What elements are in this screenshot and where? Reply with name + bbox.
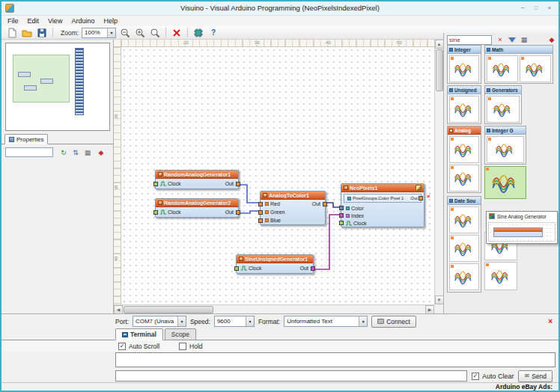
clock-input-pin[interactable] — [153, 182, 158, 186]
clock-input-pin[interactable] — [153, 210, 158, 215]
auto-clear-option[interactable]: ✓ Auto Clear — [472, 373, 514, 380]
subblock-pixelgroups-color-pixel[interactable]: PixelGroups.Color Pixel 1 Out — [344, 194, 421, 203]
pixel-out-pin[interactable] — [419, 196, 423, 200]
red-input-pin[interactable] — [258, 202, 263, 206]
block-sine-unsigned-generator-1[interactable]: SineUnsignedGenerator1 Clock Out — [236, 254, 314, 274]
category-header[interactable]: Integer — [448, 46, 481, 54]
send-button[interactable]: ✉ Send — [518, 370, 553, 382]
clock-input-pin[interactable] — [234, 266, 239, 271]
palette-component-tile[interactable] — [484, 262, 517, 290]
component-search-input[interactable] — [447, 35, 492, 45]
board-chip-icon[interactable] — [192, 27, 204, 39]
block-header[interactable]: NeoPixels1 — [341, 184, 424, 192]
auto-clear-checkbox[interactable]: ✓ — [472, 373, 479, 380]
out-pin[interactable] — [236, 210, 240, 215]
wire-random2-to-green[interactable] — [239, 211, 261, 213]
palette-component-tile[interactable] — [449, 136, 479, 163]
auto-scroll-checkbox[interactable]: ✓ — [118, 343, 126, 350]
hold-option[interactable]: Hold — [179, 343, 202, 350]
category-unsigned[interactable]: Unsigned — [447, 85, 481, 124]
palette-component-tile[interactable] — [449, 55, 479, 82]
zoom-in-icon[interactable] — [134, 27, 146, 39]
category-generators[interactable]: Generators — [484, 85, 522, 124]
filter-icon[interactable] — [508, 37, 516, 43]
save-button[interactable] — [36, 27, 48, 39]
palette-component-tile[interactable] — [449, 235, 479, 262]
color-input-pin[interactable] — [339, 206, 344, 210]
block-random-analog-generator-1[interactable]: RandomAnalogGenerator1 Clock Out — [155, 170, 239, 189]
help-icon[interactable]: ? — [207, 27, 219, 39]
palette-component-tile[interactable] — [449, 165, 479, 192]
vertical-scroll-thumb[interactable] — [436, 49, 443, 91]
clock-input-pin[interactable] — [339, 221, 344, 225]
zoom-select[interactable]: 100% ▾ — [82, 28, 116, 38]
palette-component-tile[interactable] — [487, 96, 520, 123]
port-select[interactable]: COM7 (Unava ▾ — [133, 316, 186, 327]
scroll-up-icon[interactable]: ▲ — [435, 40, 444, 49]
connect-button[interactable]: Connect — [371, 316, 416, 328]
block-header[interactable]: SineUnsignedGenerator1 — [237, 255, 313, 263]
menu-view[interactable]: View — [48, 17, 62, 25]
category-header[interactable]: Generators — [485, 86, 521, 94]
palette-component-tile[interactable] — [487, 55, 518, 82]
scroll-down-icon[interactable]: ▼ — [435, 295, 444, 304]
view-options-icon[interactable]: ▦ — [520, 36, 529, 43]
zoom-fit-icon[interactable] — [149, 27, 161, 39]
titlebar[interactable]: Visuino - Visual Arduino Programming (Ne… — [1, 1, 559, 16]
menu-file[interactable]: File — [7, 17, 19, 25]
grid-view-icon[interactable]: ▦ — [82, 147, 93, 157]
palette-component-tile[interactable] — [520, 55, 551, 82]
block-header[interactable]: RandomAnalogGenerator2 — [156, 199, 238, 207]
palette-component-tile[interactable] — [449, 263, 479, 290]
menu-arduino[interactable]: Arduino — [71, 17, 94, 25]
wire-random1-to-red[interactable] — [239, 185, 261, 203]
pin-palette-icon[interactable]: ◆ — [547, 36, 556, 43]
tab-terminal[interactable]: Terminal — [115, 328, 163, 340]
palette-component-tile[interactable] — [449, 206, 479, 233]
menu-help[interactable]: Help — [103, 17, 118, 25]
menu-edit[interactable]: Edit — [28, 17, 40, 25]
canvas-horizontal-scrollbar[interactable]: ◀ ▶ — [114, 304, 434, 313]
category-math[interactable]: Math — [484, 45, 553, 84]
format-select[interactable]: Unformatted Text ▾ — [284, 316, 368, 327]
category-date-sou[interactable]: Date Sou — [447, 196, 481, 293]
category-header[interactable]: Math — [485, 46, 553, 54]
index-input-pin[interactable] — [339, 213, 344, 218]
category-integer-generators[interactable]: Integer G — [484, 126, 526, 165]
palette-component-tile[interactable] — [449, 96, 479, 123]
category-header[interactable]: Integer G — [485, 126, 526, 135]
tab-scope[interactable]: Scope — [165, 328, 196, 340]
edit-pencil-icon[interactable] — [416, 185, 421, 191]
close-button[interactable]: × — [544, 3, 556, 13]
block-header[interactable]: AnalogToColor1 — [261, 192, 325, 200]
send-message-input[interactable] — [115, 370, 467, 382]
auto-scroll-option[interactable]: ✓ Auto Scroll — [118, 343, 159, 350]
terminal-output[interactable] — [115, 352, 556, 367]
scroll-left-icon[interactable]: ◀ — [114, 305, 123, 314]
property-filter-input[interactable] — [5, 147, 53, 157]
category-header[interactable]: Unsigned — [448, 86, 481, 94]
category-header[interactable]: Analog — [448, 126, 481, 135]
canvas-vertical-scrollbar[interactable]: ▲ ▼ — [434, 40, 443, 304]
category-analog[interactable]: Analog — [447, 126, 481, 193]
blue-input-pin[interactable] — [258, 218, 263, 223]
new-sketch-button[interactable] — [6, 27, 18, 39]
palette-component-tile[interactable] — [487, 136, 524, 163]
maximize-button[interactable]: □ — [530, 3, 542, 13]
horizontal-scroll-thumb[interactable] — [124, 306, 213, 313]
hold-checkbox[interactable] — [179, 343, 186, 350]
block-analog-to-color-1[interactable]: AnalogToColor1 Red Out Green Blue — [260, 191, 326, 225]
out-pin[interactable] — [311, 266, 315, 271]
out-pin[interactable] — [323, 202, 327, 206]
clear-search-icon[interactable]: × — [496, 36, 505, 43]
minimap[interactable] — [5, 43, 110, 131]
tab-properties[interactable]: Properties — [4, 134, 48, 144]
out-pin[interactable] — [236, 182, 240, 186]
pin-properties-icon[interactable]: ◆ — [96, 147, 106, 157]
sort-icon[interactable]: ⇅ — [70, 147, 81, 157]
palette-component-tile-selected-sine-analog-generator[interactable] — [484, 166, 526, 199]
disconnect-icon[interactable]: × — [548, 317, 553, 325]
scroll-right-icon[interactable]: ▶ — [425, 305, 434, 314]
minimize-button[interactable]: ─ — [517, 3, 529, 13]
category-integer[interactable]: Integer — [447, 45, 481, 84]
